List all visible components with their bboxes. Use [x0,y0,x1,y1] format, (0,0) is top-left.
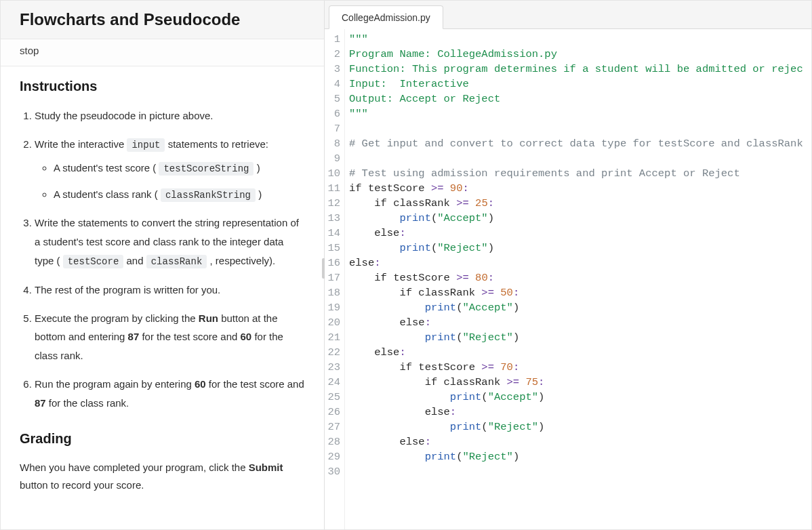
code-line[interactable]: Program Name: CollegeAdmission.py [349,47,811,62]
line-number: 25 [325,390,340,405]
code-classrank: classRank [146,255,207,268]
code-line[interactable]: """ [349,32,811,47]
line-number: 8 [325,136,340,151]
line-number: 23 [325,360,340,375]
step6-87-bold: 87 [35,397,46,409]
line-number-gutter: 1234567891011121314151617181920212223242… [325,29,345,529]
code-testscore: testScore [63,255,124,268]
code-line[interactable]: # Test using admission requirements and … [349,166,811,181]
line-number: 1 [325,32,340,47]
line-number: 28 [325,434,340,449]
code-line[interactable]: else: [349,345,811,360]
step6-pre: Run the program again by entering [35,378,195,390]
code-line[interactable]: """ [349,106,811,121]
code-line[interactable]: print("Accept") [349,390,811,405]
code-line[interactable]: print("Accept") [349,300,811,315]
code-line[interactable]: Function: This program determines if a s… [349,62,811,77]
step6-mid: for the test score and [206,378,304,390]
line-number: 14 [325,226,340,241]
code-line[interactable]: print("Accept") [349,211,811,226]
line-number: 11 [325,181,340,196]
grading-post: button to record your score. [20,479,144,491]
step6-60-bold: 60 [195,378,206,390]
app-root: Flowcharts and Pseudocode stop Instructi… [0,0,812,530]
instruction-step-1: Study the pseudocode in picture above. [35,106,305,125]
editor-tabbar: CollegeAdmission.py [325,1,811,29]
code-line[interactable]: if classRank >= 25: [349,196,811,211]
line-number: 10 [325,166,340,181]
line-number: 12 [325,196,340,211]
code-line[interactable] [349,151,811,166]
step5-60-bold: 60 [241,331,252,342]
code-line[interactable]: else: [349,226,811,241]
instructions-body[interactable]: Instructions Study the pseudocode in pic… [1,66,324,529]
step3-mid: and [123,255,146,266]
code-line[interactable]: else: [349,315,811,330]
step3-post: , respectively). [207,255,275,266]
step2b-pre: A student's class rank ( [54,188,161,200]
editor-pane: CollegeAdmission.py 12345678910111213141… [325,1,811,529]
step5-87-bold: 87 [128,331,140,342]
line-number: 3 [325,62,340,77]
instructions-pane: Flowcharts and Pseudocode stop Instructi… [1,1,325,529]
code-content[interactable]: """Program Name: CollegeAdmission.pyFunc… [345,29,811,529]
code-line[interactable]: else: [349,434,811,449]
code-line[interactable]: if testScore >= 70: [349,360,811,375]
line-number: 4 [325,77,340,91]
line-number: 7 [325,121,340,136]
code-editor[interactable]: 1234567891011121314151617181920212223242… [325,29,811,529]
code-line[interactable]: Output: Accept or Reject [349,91,811,106]
code-line[interactable]: else: [349,256,811,270]
page-title: Flowcharts and Pseudocode [20,10,305,29]
code-line[interactable]: # Get input and convert to correct data … [349,136,811,151]
instruction-step-4: The rest of the program is written for y… [35,281,305,300]
line-number: 21 [325,330,340,345]
code-line[interactable]: Input: Interactive [349,77,811,91]
code-input: input [127,138,165,152]
step2-sublist: A student's test score ( testScoreString… [35,159,305,205]
line-number: 29 [325,449,340,464]
line-number: 26 [325,405,340,420]
code-line[interactable]: print("Reject") [349,449,811,464]
line-number: 30 [325,464,340,479]
line-number: 13 [325,211,340,226]
line-number: 6 [325,106,340,121]
step5-mid2: for the test score and [139,331,240,342]
code-line[interactable]: if testScore >= 80: [349,270,811,285]
line-number: 2 [325,47,340,62]
code-line[interactable]: else: [349,405,811,420]
line-number: 18 [325,285,340,300]
grading-paragraph: When you have completed your program, cl… [20,459,305,493]
line-number: 22 [325,345,340,360]
code-line[interactable]: if classRank >= 50: [349,285,811,300]
step2a-post: ) [253,162,260,174]
step2b-post: ) [256,188,262,200]
code-testscorestring: testScoreString [159,162,253,176]
grading-pre: When you have completed your program, cl… [20,462,249,473]
line-number: 24 [325,375,340,390]
instructions-header: Flowcharts and Pseudocode [1,1,324,39]
instruction-step-3: Write the statements to convert the stri… [35,213,305,270]
grading-submit-bold: Submit [249,462,283,473]
step2-sub-b: A student's class rank ( classRankString… [54,185,305,205]
tab-collegeadmission[interactable]: CollegeAdmission.py [329,5,443,29]
code-line[interactable]: print("Reject") [349,420,811,434]
code-line[interactable] [349,464,811,479]
step5-run-bold: Run [199,312,218,324]
line-number: 17 [325,270,340,285]
line-number: 15 [325,241,340,256]
code-classrankstring: classRankString [161,188,256,202]
code-line[interactable]: if classRank >= 75: [349,375,811,390]
code-line[interactable]: if testScore >= 90: [349,181,811,196]
step2a-pre: A student's test score ( [54,162,159,174]
code-line[interactable] [349,121,811,136]
line-number: 16 [325,256,340,270]
instruction-step-2: Write the interactive input statements t… [35,135,305,205]
code-line[interactable]: print("Reject") [349,241,811,256]
step5-pre: Execute the program by clicking the [35,312,199,324]
line-number: 19 [325,300,340,315]
stop-text: stop [1,39,324,66]
line-number: 27 [325,420,340,434]
step2-text-post: statements to retrieve: [165,138,268,150]
code-line[interactable]: print("Reject") [349,330,811,345]
